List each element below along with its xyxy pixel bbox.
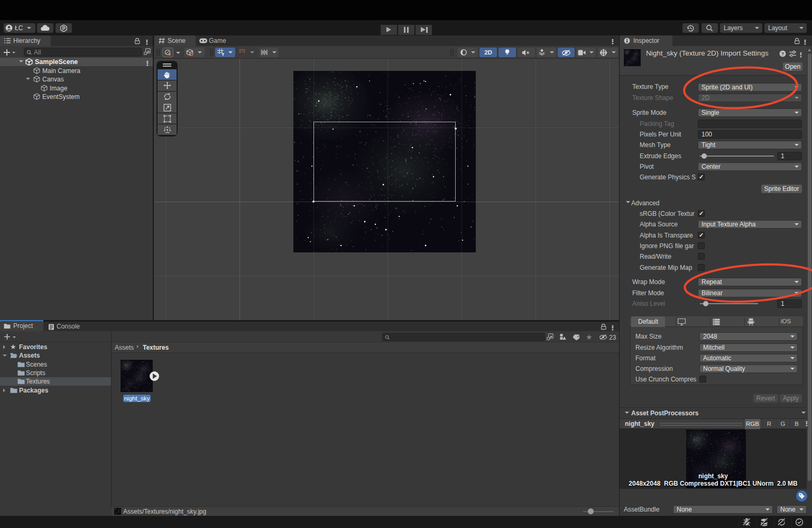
svg-text:?: ? — [781, 51, 785, 57]
